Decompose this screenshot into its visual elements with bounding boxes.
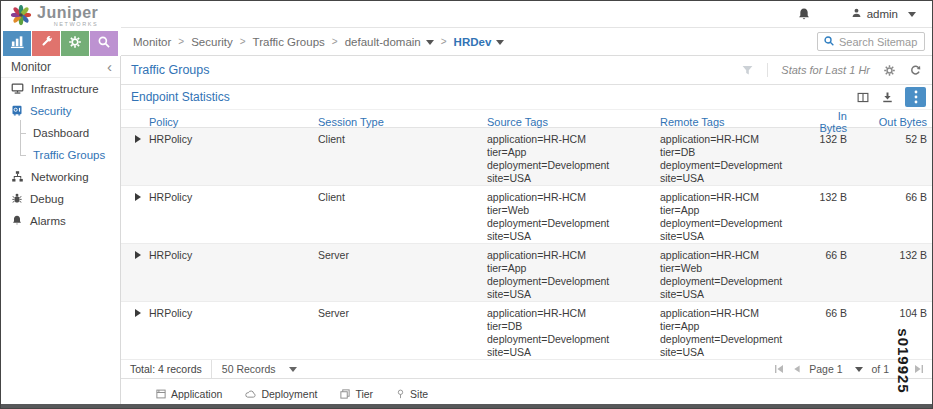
- security-safe-icon: [11, 104, 23, 119]
- out-bytes-cell: 132 B: [861, 249, 931, 261]
- in-bytes-cell: 132 B: [815, 133, 861, 145]
- page-of-label: of 1: [871, 363, 889, 375]
- remote-tags-cell: application=HR-HCM tier=Web deployment=D…: [653, 249, 815, 301]
- table-row[interactable]: HRPolicy Client application=HR-HCM tier=…: [121, 186, 932, 244]
- more-options-button[interactable]: [905, 87, 926, 107]
- app-launcher: [1, 29, 121, 56]
- gear-icon: [68, 35, 82, 53]
- sidebar-item-networking[interactable]: Networking: [1, 166, 120, 188]
- column-header-policy[interactable]: Policy: [121, 116, 311, 128]
- breadcrumb-separator: >: [441, 36, 447, 47]
- legend-site[interactable]: Site: [395, 388, 428, 400]
- page-size-dropdown[interactable]: 50 Records: [212, 363, 307, 375]
- sidebar-collapse-chevron[interactable]: ‹: [107, 59, 112, 74]
- sidebar-item-label: Security: [30, 105, 72, 117]
- sitemap-search: [817, 32, 925, 51]
- gear-icon: [883, 64, 896, 77]
- table-row[interactable]: HRPolicy Client application=HR-HCM tier=…: [121, 128, 932, 186]
- column-chooser-button[interactable]: [856, 91, 870, 104]
- kebab-icon: [914, 90, 918, 104]
- magnifier-icon: [97, 35, 111, 53]
- column-header-session-type[interactable]: Session Type: [311, 116, 480, 128]
- refresh-icon: [909, 64, 922, 77]
- breadcrumb-current-dropdown[interactable]: HRDev: [454, 36, 505, 48]
- breadcrumb-security[interactable]: Security: [191, 36, 233, 48]
- chevron-down-icon: [426, 40, 434, 45]
- breadcrumb-separator: >: [240, 36, 246, 47]
- column-header-remote-tags[interactable]: Remote Tags: [653, 116, 815, 128]
- legend-label: Deployment: [261, 388, 317, 400]
- traffic-groups-header: Traffic Groups Stats for Last 1 Hr: [121, 56, 932, 85]
- sidebar-item-debug[interactable]: Debug: [1, 188, 120, 210]
- source-tags-cell: application=HR-HCM tier=DB deployment=De…: [480, 307, 653, 359]
- stats-period-label: Stats for Last 1 Hr: [781, 64, 870, 76]
- refresh-button[interactable]: [909, 64, 922, 77]
- column-header-source-tags[interactable]: Source Tags: [480, 116, 653, 128]
- search-app-button[interactable]: [90, 31, 118, 56]
- columns-icon: [856, 91, 870, 104]
- chevron-down-icon[interactable]: [855, 367, 863, 372]
- source-tags-cell: application=HR-HCM tier=App deployment=D…: [480, 133, 653, 185]
- row-expand-icon[interactable]: [135, 193, 141, 201]
- user-icon: [851, 7, 862, 21]
- settings-button[interactable]: [883, 64, 896, 77]
- legend-deployment[interactable]: Deployment: [244, 388, 317, 400]
- legend-label: Site: [410, 388, 428, 400]
- domain-label: default-domain: [345, 36, 421, 48]
- tag-legend: Application Deployment Tier: [155, 388, 932, 400]
- column-header-in-bytes[interactable]: In Bytes: [815, 110, 861, 134]
- page-title: Traffic Groups: [131, 63, 210, 77]
- legend-label: Application: [171, 388, 222, 400]
- brand-area: Juniper NETWORKS: [1, 1, 121, 56]
- filter-button[interactable]: [741, 64, 754, 77]
- policy-cell: HRPolicy: [149, 249, 192, 261]
- page-label[interactable]: Page 1: [809, 363, 842, 375]
- row-expand-icon[interactable]: [135, 251, 141, 259]
- row-expand-icon[interactable]: [135, 309, 141, 317]
- sidebar-item-label: Alarms: [30, 215, 66, 227]
- breadcrumb-monitor[interactable]: Monitor: [133, 36, 171, 48]
- search-input[interactable]: [839, 36, 919, 48]
- bar-chart-icon: [10, 34, 25, 53]
- first-page-icon[interactable]: [774, 364, 784, 374]
- sidebar-item-dashboard[interactable]: Dashboard: [20, 122, 120, 144]
- table-row[interactable]: HRPolicy Server application=HR-HCM tier=…: [121, 244, 932, 302]
- settings-app-button[interactable]: [61, 31, 89, 56]
- sidebar-item-label: Dashboard: [33, 127, 89, 139]
- sidebar-item-security[interactable]: Security: [1, 100, 120, 122]
- remote-tags-cell: application=HR-HCM tier=App deployment=D…: [653, 191, 815, 243]
- devices-app-button[interactable]: [32, 31, 60, 56]
- previous-page-icon[interactable]: [792, 364, 801, 374]
- remote-tags-cell: application=HR-HCM tier=App deployment=D…: [653, 307, 815, 359]
- sidebar-item-infrastructure[interactable]: Infrastructure: [1, 78, 120, 100]
- remote-tags-cell: application=HR-HCM tier=DB deployment=De…: [653, 133, 815, 185]
- session-type-cell: Server: [311, 307, 480, 319]
- sidebar-item-label: Infrastructure: [31, 83, 99, 95]
- breadcrumb-traffic-groups[interactable]: Traffic Groups: [253, 36, 325, 48]
- breadcrumb-domain-dropdown[interactable]: default-domain: [345, 36, 434, 48]
- table-row[interactable]: HRPolicy Server application=HR-HCM tier=…: [121, 302, 932, 360]
- sidebar-title: Monitor: [11, 60, 51, 74]
- brand-subtitle: NETWORKS: [37, 22, 98, 28]
- notifications-button[interactable]: [797, 7, 811, 22]
- monitor-app-button[interactable]: [3, 31, 31, 56]
- layers-icon: [339, 388, 351, 400]
- sidebar-item-traffic-groups[interactable]: Traffic Groups: [20, 144, 120, 166]
- search-icon: [823, 35, 835, 49]
- legend-application[interactable]: Application: [155, 388, 222, 400]
- legend-tier[interactable]: Tier: [339, 388, 373, 400]
- sidebar-item-alarms[interactable]: Alarms: [1, 210, 120, 232]
- download-button[interactable]: [881, 91, 894, 104]
- user-menu[interactable]: admin: [851, 7, 916, 21]
- total-records-label: Total: 4 records: [121, 360, 212, 378]
- column-header-out-bytes[interactable]: Out Bytes: [861, 116, 931, 128]
- session-type-cell: Client: [311, 191, 480, 203]
- current-group-label: HRDev: [454, 36, 492, 48]
- widget-title: Endpoint Statistics: [131, 90, 230, 104]
- location-pin-icon: [395, 388, 406, 400]
- row-expand-icon[interactable]: [135, 135, 141, 143]
- chevron-down-icon: [496, 40, 504, 45]
- policy-cell: HRPolicy: [149, 191, 192, 203]
- last-page-icon[interactable]: [914, 364, 924, 374]
- juniper-pinwheel-icon: [9, 3, 33, 31]
